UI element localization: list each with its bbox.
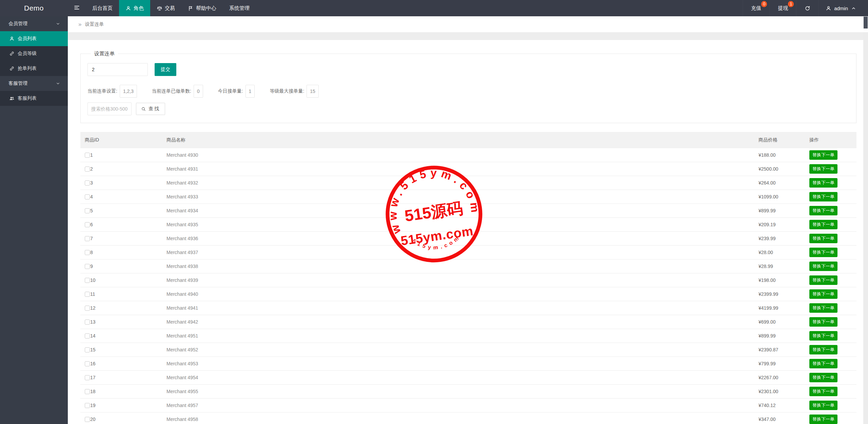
replace-next-order-button[interactable]: 替换下一单 (809, 401, 837, 410)
scrollbar-track[interactable] (863, 32, 868, 424)
row-checkbox[interactable] (85, 236, 90, 241)
sidebar-item-会员等级[interactable]: 会员等级 (0, 46, 68, 61)
row-checkbox[interactable] (85, 320, 90, 325)
row-checkbox[interactable] (85, 333, 90, 339)
replace-next-order-button[interactable]: 替换下一单 (809, 345, 837, 354)
replace-next-order-button[interactable]: 替换下一单 (809, 262, 837, 271)
product-id-cell: 4 (80, 194, 166, 199)
table-row: 13Merchant 4942¥699.00替换下一单 (80, 315, 856, 329)
replace-next-order-button[interactable]: 替换下一单 (809, 206, 837, 215)
row-checkbox[interactable] (85, 194, 90, 199)
row-checkbox[interactable] (85, 153, 90, 158)
row-checkbox[interactable] (85, 361, 90, 366)
product-name-cell: Merchant 4952 (166, 347, 758, 352)
replace-next-order-button[interactable]: 替换下一单 (809, 220, 837, 229)
table-row: 11Merchant 4940¥2399.99替换下一单 (80, 287, 856, 301)
product-id: 7 (90, 236, 93, 241)
product-id: 16 (90, 361, 96, 366)
breadcrumb-arrows-icon: » (78, 21, 81, 28)
nav-menu-item-4[interactable]: 帮助中心 (181, 0, 223, 16)
product-id: 6 (90, 222, 93, 227)
row-checkbox[interactable] (85, 375, 90, 380)
row-checkbox[interactable] (85, 347, 90, 352)
replace-next-order-button[interactable]: 替换下一单 (809, 331, 837, 341)
nav-menu-item-3[interactable]: 交易 (150, 0, 181, 16)
product-id-cell: 3 (80, 180, 166, 186)
replace-next-order-button[interactable]: 替换下一单 (809, 192, 837, 201)
row-checkbox[interactable] (85, 208, 90, 213)
replace-next-order-button[interactable]: 替换下一单 (809, 303, 837, 313)
action-cell: 替换下一单 (809, 317, 856, 327)
sidebar-item-客服列表[interactable]: 客服列表 (0, 91, 68, 106)
stat-label: 等级最大接单量: (270, 88, 304, 94)
product-id: 9 (90, 264, 93, 269)
replace-next-order-button[interactable]: 替换下一单 (809, 150, 837, 160)
nav-menu-item-label: 帮助中心 (196, 5, 216, 12)
replace-next-order-button[interactable]: 替换下一单 (809, 248, 837, 257)
scrollbar-thumb[interactable] (864, 17, 868, 28)
row-checkbox[interactable] (85, 278, 90, 283)
stat-value: 15 (307, 85, 319, 98)
row-checkbox[interactable] (85, 306, 90, 311)
product-name-cell: Merchant 4942 (166, 319, 758, 325)
action-cell: 替换下一单 (809, 387, 856, 396)
nav-action-2[interactable]: 提现1 (769, 0, 796, 16)
replace-next-order-button[interactable]: 替换下一单 (809, 387, 837, 396)
stat-label: 今日接单量: (218, 88, 243, 94)
sidebar-submenu: 客服列表 (0, 91, 68, 106)
row-checkbox[interactable] (85, 222, 90, 227)
table-row: 7Merchant 4936¥239.99替换下一单 (80, 232, 856, 246)
nav-action-1[interactable]: 充值0 (743, 0, 769, 16)
product-id: 10 (90, 277, 96, 283)
product-price-cell: ¥2267.00 (758, 375, 809, 380)
user-menu[interactable]: admin (818, 0, 863, 16)
row-checkbox[interactable] (85, 250, 90, 255)
row-checkbox[interactable] (85, 264, 90, 269)
product-id-cell: 15 (80, 347, 166, 352)
nav-menu-item-1[interactable]: 后台首页 (86, 0, 119, 16)
replace-next-order-button[interactable]: 替换下一单 (809, 275, 837, 285)
replace-next-order-button[interactable]: 替换下一单 (809, 178, 837, 188)
row-checkbox[interactable] (85, 403, 90, 408)
sidebar-group-2[interactable]: 客服管理 (0, 76, 68, 91)
sidebar-item-抢单列表[interactable]: 抢单列表 (0, 61, 68, 76)
product-id: 17 (90, 375, 96, 380)
product-id-cell: 19 (80, 403, 166, 408)
sidebar-person-icon (9, 36, 15, 41)
column-header-4: 操作 (809, 137, 856, 143)
replace-next-order-button[interactable]: 替换下一单 (809, 359, 837, 368)
search-button[interactable]: 查找 (136, 103, 165, 115)
user-icon (826, 5, 831, 11)
row-checkbox[interactable] (85, 167, 90, 172)
sidebar-item-会员列表[interactable]: 会员列表 (0, 31, 68, 46)
product-price-cell: ¥347.00 (758, 417, 809, 422)
nav-menu-item-2[interactable]: 角色 (119, 0, 150, 16)
product-name-cell: Merchant 4936 (166, 236, 758, 241)
product-name-cell: Merchant 4940 (166, 291, 758, 297)
refresh-button[interactable] (796, 0, 818, 16)
top-navbar: Demo 后台首页角色交易帮助中心系统管理 充值0提现1 admin (0, 0, 868, 16)
sidebar-toggle-button[interactable] (68, 0, 86, 16)
chain-value-input[interactable] (87, 63, 148, 76)
replace-next-order-button[interactable]: 替换下一单 (809, 373, 837, 382)
row-checkbox[interactable] (85, 292, 90, 297)
submit-button[interactable]: 提交 (155, 63, 176, 76)
nav-menu-item-5[interactable]: 系统管理 (223, 0, 256, 16)
price-search-input[interactable] (87, 102, 132, 115)
product-id-cell: 11 (80, 291, 166, 297)
table-row: 18Merchant 4955¥2301.00替换下一单 (80, 385, 856, 399)
sidebar-group-1[interactable]: 会员管理 (0, 16, 68, 31)
replace-next-order-button[interactable]: 替换下一单 (809, 234, 837, 243)
row-checkbox[interactable] (85, 180, 90, 186)
row-checkbox[interactable] (85, 417, 90, 422)
product-id: 1 (90, 152, 93, 158)
page-scrollbar[interactable] (863, 16, 868, 424)
replace-next-order-button[interactable]: 替换下一单 (809, 317, 837, 327)
replace-next-order-button[interactable]: 替换下一单 (809, 164, 837, 174)
replace-next-order-button[interactable]: 替换下一单 (809, 289, 837, 299)
hamburger-icon (74, 4, 80, 12)
row-checkbox[interactable] (85, 389, 90, 394)
replace-next-order-button[interactable]: 替换下一单 (809, 415, 837, 424)
product-price-cell: ¥4199.99 (758, 305, 809, 311)
action-cell: 替换下一单 (809, 359, 856, 368)
